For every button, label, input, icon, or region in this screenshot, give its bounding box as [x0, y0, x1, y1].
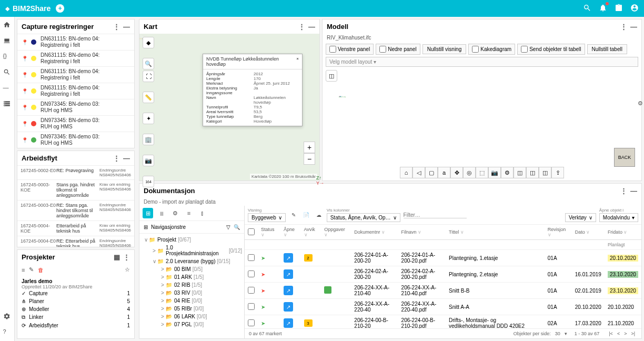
ruler-icon[interactable]: 📏: [143, 92, 154, 103]
file-icon[interactable]: 📄: [301, 210, 311, 220]
layout-select[interactable]: Velg modell layout ▾: [326, 57, 638, 67]
section2-icon[interactable]: ◫: [526, 167, 539, 178]
table-header[interactable]: Status ∨: [258, 225, 280, 240]
help-icon[interactable]: ?: [3, 328, 12, 337]
table-header[interactable]: Oppgaver ∨: [321, 225, 351, 240]
view-cube[interactable]: BACK: [614, 148, 635, 167]
view-grid-icon[interactable]: ▦: [114, 253, 120, 261]
box-icon[interactable]: ▢: [425, 167, 438, 178]
prev-page-icon[interactable]: <: [617, 331, 620, 336]
tree-node[interactable]: >📁02 RIB[1/5]: [139, 281, 244, 289]
section3-icon[interactable]: ◫: [539, 167, 551, 178]
per-page-value[interactable]: 30: [555, 331, 560, 336]
workflow-row[interactable]: 167245-0004-KOEEtterarbeid på teknisk hu…: [17, 220, 134, 236]
more-icon[interactable]: ⋮: [113, 23, 120, 31]
open-button[interactable]: ↗: [284, 318, 293, 328]
star-icon[interactable]: ☆: [125, 266, 130, 273]
table-header[interactable]: Revisjon ∨: [545, 225, 572, 240]
camera-icon[interactable]: 📷: [143, 155, 154, 166]
add-button[interactable]: +: [56, 4, 64, 13]
open-button[interactable]: ↗: [284, 286, 293, 295]
capture-row[interactable]: 📍DN973345: BN-demo 03:RUH og HMS: [17, 99, 134, 115]
table-header[interactable]: Dokumentnr ∨: [351, 225, 398, 240]
cursor-icon[interactable]: a: [438, 167, 450, 178]
storage-icon[interactable]: [3, 100, 12, 108]
minus-icon[interactable]: —: [3, 84, 12, 93]
clipboard-icon[interactable]: [615, 4, 623, 13]
building-icon[interactable]: 🏢: [143, 134, 154, 145]
table-header[interactable]: [245, 225, 258, 240]
more-icon[interactable]: ⋮: [113, 154, 120, 162]
row-checkbox[interactable]: [248, 270, 255, 277]
target-icon[interactable]: ◎: [463, 167, 476, 178]
reset-table-button[interactable]: Nullstill tabell: [587, 44, 627, 54]
laptop-icon[interactable]: [3, 37, 12, 45]
pie-checkbox[interactable]: Kakediagram: [468, 44, 515, 55]
table-row[interactable]: ➤ ↗ 3 206-224-00-B-210-20 206-224-00-B-2…: [245, 315, 641, 329]
tree-node[interactable]: >📂07 PGL[0/0]: [139, 320, 244, 328]
layers-icon[interactable]: ◆: [143, 37, 154, 48]
more-icon[interactable]: ⋮: [298, 23, 305, 31]
row-checkbox[interactable]: [248, 287, 255, 294]
table-row[interactable]: ➤ ↗ 206-224-XX-A-220-40 206-224-XX-A-220…: [245, 299, 641, 315]
edit-icon[interactable]: ✎: [289, 210, 298, 220]
route-icon[interactable]: ✦: [143, 113, 154, 124]
filter-icon[interactable]: ▽: [226, 224, 230, 230]
open-in-select[interactable]: Modalvindu ▾: [599, 213, 638, 222]
more-icon[interactable]: ⋮: [620, 23, 627, 31]
last-page-icon[interactable]: >|: [631, 331, 635, 336]
table-row[interactable]: ➤ ↗ 206-224-02-A-200-20 206-224-02-A-200…: [245, 266, 641, 283]
tree-node[interactable]: >📂03 RIV[0/0]: [139, 289, 244, 297]
capture-row[interactable]: 📍DN631115: BN-demo 04:Registrering i fel…: [17, 34, 134, 50]
bottom-panel-checkbox[interactable]: Nedre panel: [376, 44, 420, 55]
workflow-row[interactable]: 167245-0003-E0RE: Stans pga. hindret til…: [17, 200, 134, 220]
home-icon[interactable]: [3, 21, 12, 29]
capture-row[interactable]: 📍DN973345: BN-demo 03:RUH og HMS: [17, 115, 134, 132]
cloud-icon[interactable]: ☁: [314, 210, 324, 220]
table-header[interactable]: Åpne ∨: [280, 225, 301, 240]
section-icon[interactable]: ◫: [514, 167, 526, 178]
tools-select[interactable]: Verktøy ∨: [565, 213, 596, 222]
collapse-icon[interactable]: —: [123, 23, 130, 31]
list-icon[interactable]: ≡: [184, 208, 194, 218]
bar-icon[interactable]: ⫿: [197, 208, 208, 218]
left-panel-checkbox[interactable]: Venstre panel: [326, 44, 374, 55]
snapshot-icon[interactable]: 📷: [488, 167, 501, 178]
map-canvas[interactable]: 20 EVJE andvika ◆ 🔍 ⛶ 📏 ✦ 🏢 📷: [139, 34, 319, 180]
close-icon[interactable]: ×: [296, 56, 299, 67]
collapse-icon[interactable]: —: [123, 154, 130, 162]
row-checkbox[interactable]: [248, 319, 255, 326]
first-page-icon[interactable]: |<: [609, 331, 613, 336]
row-checkbox[interactable]: [248, 254, 255, 261]
table-header[interactable]: Dato ∨: [572, 225, 605, 240]
view-select[interactable]: Byggeweb ∨: [248, 213, 286, 222]
tree-node[interactable]: >📂04 RIE[0/0]: [139, 297, 244, 305]
select-all-checkbox[interactable]: [248, 228, 255, 235]
fullscreen-icon[interactable]: ⛶: [143, 71, 154, 82]
capture-row[interactable]: 📍DN631115: BN-demo 04:Registrering i fel…: [17, 50, 134, 66]
gear-icon[interactable]: ⚙: [501, 167, 514, 178]
tree-node[interactable]: >📁01 ARK[1/5]: [139, 273, 244, 281]
chart-icon[interactable]: ⫼: [156, 208, 167, 218]
edit-icon[interactable]: ✎: [29, 266, 34, 273]
workflow-row[interactable]: 167245-0003-KOEStans pga. hindret tilkom…: [17, 179, 134, 200]
search-rail-icon[interactable]: [3, 68, 12, 77]
tree-view-icon[interactable]: ⊞: [143, 208, 153, 218]
pan-icon[interactable]: ✥: [450, 167, 463, 178]
search-icon[interactable]: [583, 4, 591, 13]
tree-node[interactable]: >📁1.0 Prosjektadministrasjon[0/12]: [139, 244, 244, 257]
capture-row[interactable]: 📍DN631115: BN-demo 04:Registrering i fel…: [17, 83, 134, 99]
label-icon[interactable]: 164: [143, 176, 154, 187]
more-icon[interactable]: ⋮: [620, 187, 627, 195]
bracket-icon[interactable]: {}: [3, 53, 12, 61]
workflow-row[interactable]: 167245-0002-E0RE: PrøvegravingEndringsor…: [17, 165, 134, 179]
capture-row[interactable]: 📍DN631115: BN-demo 04:Registrering i fel…: [17, 66, 134, 83]
tree-node[interactable]: >📂06 LARK[0/0]: [139, 313, 244, 320]
collapse-icon[interactable]: —: [308, 23, 315, 31]
open-button[interactable]: ↗: [284, 253, 293, 263]
table-header[interactable]: Avvik ∨: [301, 225, 321, 240]
account-icon[interactable]: [630, 4, 639, 13]
cube-icon[interactable]: ⬚: [476, 167, 488, 178]
reset-view-button[interactable]: Nullstill visning: [422, 44, 467, 54]
table-header[interactable]: Fridato ∨: [605, 225, 641, 240]
